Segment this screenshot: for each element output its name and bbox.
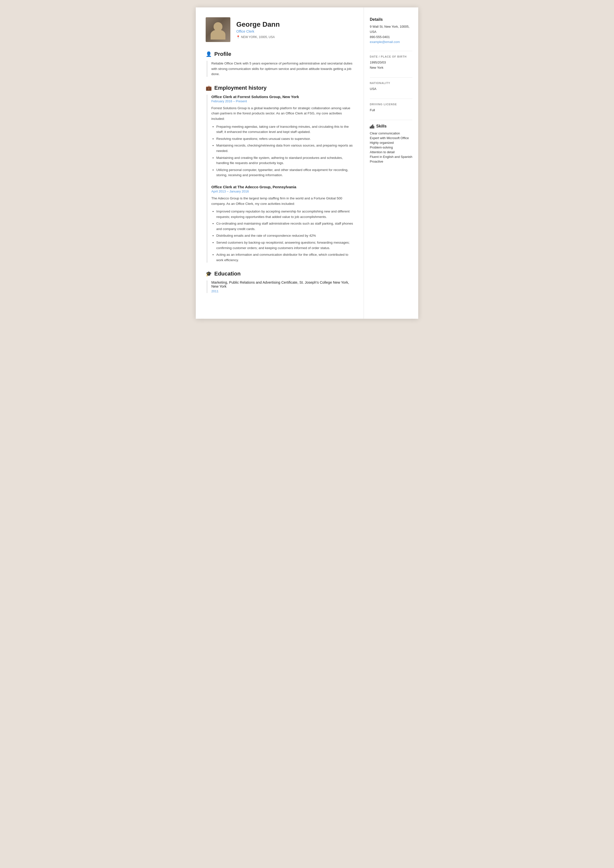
dob-value: 1995/20/03 xyxy=(370,60,412,65)
employment-body: Office Clerk at Forrest Solutions Group,… xyxy=(207,95,354,263)
list-item: Served customers by backing-up reception… xyxy=(216,240,354,251)
profile-title: 👤 Profile xyxy=(206,51,354,57)
edu-entry-1: Marketing, Public Relations and Advertis… xyxy=(211,281,354,293)
education-title: 🎓 Education xyxy=(206,271,354,277)
employment-icon: 💼 xyxy=(206,85,212,91)
dob-label: DATE / PLACE OF BIRTH xyxy=(370,55,412,58)
driving-value: Full xyxy=(370,108,412,113)
education-title-text: Education xyxy=(214,271,241,277)
profile-icon: 👤 xyxy=(206,51,212,57)
skill-item: Fluent in English and Spanish xyxy=(370,155,412,159)
edu-1-year: 2011 xyxy=(211,289,354,293)
job-2-dates: April 2013 – January 2016 xyxy=(211,189,354,193)
sidebar-nationality: NATIONALITY USA xyxy=(370,82,412,91)
list-item: Distributing emails and the rate of corr… xyxy=(216,233,354,239)
sidebar-email[interactable]: example@email.com xyxy=(370,40,400,44)
education-section: 🎓 Education Marketing, Public Relations … xyxy=(206,271,354,293)
education-body: Marketing, Public Relations and Advertis… xyxy=(207,281,354,293)
svg-rect-1 xyxy=(371,126,372,129)
list-item: Maintaining records, checking/retrieving… xyxy=(216,143,354,153)
sidebar-driving: DRIVING LICENSE Full xyxy=(370,103,412,113)
svg-rect-0 xyxy=(370,127,371,129)
main-content: George Dann Office Clerk 📍 NEW YORK, 100… xyxy=(196,8,364,319)
profile-section: 👤 Profile Reliable Office Clerk with 5 y… xyxy=(206,51,354,77)
list-item: Resolving routine questions; refers unus… xyxy=(216,136,354,141)
divider-4 xyxy=(370,120,412,120)
list-item: Improved company reputation by accepting… xyxy=(216,209,354,219)
skill-item: Attention to detail xyxy=(370,150,412,154)
sidebar-phone: 890-555-0401 xyxy=(370,35,412,40)
skill-item: Clear communication xyxy=(370,132,412,135)
skills-title-text: Skills xyxy=(376,124,387,129)
list-item: Preparing meeting agendas, taking care o… xyxy=(216,124,354,135)
svg-rect-3 xyxy=(373,126,374,129)
skill-item: Problem-solving xyxy=(370,146,412,149)
profile-body: Reliable Office Clerk with 5 years exper… xyxy=(207,61,354,77)
skills-bar-icon xyxy=(370,124,374,129)
list-item: Maintaining and creating file system, ad… xyxy=(216,155,354,166)
resume-container: George Dann Office Clerk 📍 NEW YORK, 100… xyxy=(196,8,418,319)
location-text: NEW YORK, 10005, USA xyxy=(241,35,275,39)
birth-place: New York xyxy=(370,65,412,70)
header-info: George Dann Office Clerk 📍 NEW YORK, 100… xyxy=(236,20,280,39)
job-entry-1: Office Clerk at Forrest Solutions Group,… xyxy=(211,95,354,178)
education-icon: 🎓 xyxy=(206,271,212,277)
skill-item: Highly organized xyxy=(370,141,412,144)
skill-item: Proactive xyxy=(370,160,412,163)
job-1-description: Forrest Solutions Group is a global lead… xyxy=(211,105,354,122)
nationality-value: USA xyxy=(370,87,412,91)
job-1-dates: February 2016 – Present xyxy=(211,99,354,103)
job-1-bullets: Preparing meeting agendas, taking care o… xyxy=(211,124,354,178)
sidebar: Details 9 Wall St, New York, 10005, USA … xyxy=(364,8,418,319)
skills-title: Skills xyxy=(370,124,412,129)
location-icon: 📍 xyxy=(236,35,240,39)
job-2-bullets: Improved company reputation by accepting… xyxy=(211,209,354,263)
job-1-title: Office Clerk at Forrest Solutions Group,… xyxy=(211,95,354,99)
avatar-image xyxy=(206,17,230,42)
job-entry-2: Office Clerk at The Adecco Group, Pennsy… xyxy=(211,185,354,263)
list-item: Utilizing personal computer, typewriter,… xyxy=(216,167,354,178)
candidate-name: George Dann xyxy=(236,20,280,28)
profile-text: Reliable Office Clerk with 5 years exper… xyxy=(211,61,354,77)
avatar xyxy=(206,17,230,42)
driving-label: DRIVING LICENSE xyxy=(370,103,412,106)
skill-item: Expert with Microsoft Office xyxy=(370,136,412,140)
svg-rect-2 xyxy=(372,124,373,129)
resume-header: George Dann Office Clerk 📍 NEW YORK, 100… xyxy=(206,17,354,42)
employment-section: 💼 Employment history Office Clerk at For… xyxy=(206,85,354,263)
job-2-title: Office Clerk at The Adecco Group, Pennsy… xyxy=(211,185,354,189)
list-item: Acting as an information and communicati… xyxy=(216,252,354,263)
sidebar-details-title: Details xyxy=(370,17,412,22)
sidebar-skills: Skills Clear communication Expert with M… xyxy=(370,124,412,163)
profile-title-text: Profile xyxy=(214,51,231,57)
job-title: Office Clerk xyxy=(236,29,280,33)
sidebar-dob: DATE / PLACE OF BIRTH 1995/20/03 New Yor… xyxy=(370,55,412,70)
list-item: Co-ordinating and maintaining staff admi… xyxy=(216,221,354,231)
nationality-label: NATIONALITY xyxy=(370,82,412,85)
sidebar-address: 9 Wall St, New York, 10005, USA xyxy=(370,24,412,35)
skills-list: Clear communication Expert with Microsof… xyxy=(370,132,412,163)
job-2-description: The Adecco Group is the largest temp sta… xyxy=(211,196,354,206)
employment-title: 💼 Employment history xyxy=(206,85,354,91)
location: 📍 NEW YORK, 10005, USA xyxy=(236,35,280,39)
employment-title-text: Employment history xyxy=(214,85,266,91)
sidebar-details: Details 9 Wall St, New York, 10005, USA … xyxy=(370,17,412,44)
edu-1-title: Marketing, Public Relations and Advertis… xyxy=(211,281,354,288)
